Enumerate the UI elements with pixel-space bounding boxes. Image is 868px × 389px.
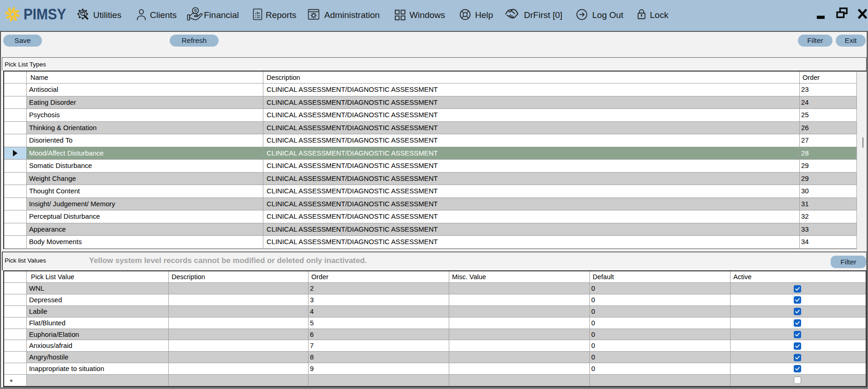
svg-text:S: S — [194, 8, 197, 13]
